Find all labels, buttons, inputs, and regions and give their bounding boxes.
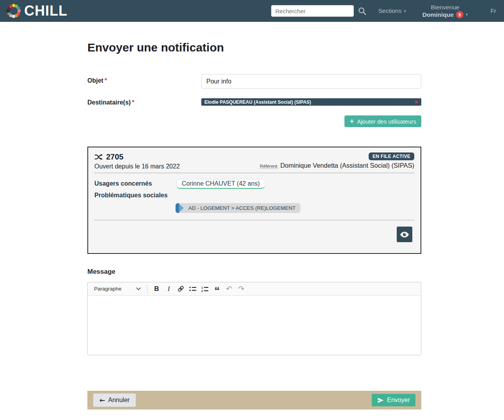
message-editor: Paragraphe B I (87, 282, 421, 355)
redo-button[interactable]: ↷ (235, 284, 247, 294)
add-users-label: Ajouter des utilisateurs (357, 118, 416, 125)
search-input[interactable] (271, 5, 354, 17)
destinataires-label: Destinataire(s)* (87, 98, 201, 106)
social-issue-text: AD - LOGEMENT > ACCES (RE)LOGEMENT (185, 205, 300, 211)
main-content: Envoyer une notification Objet* Destinat… (87, 41, 421, 409)
search-button[interactable] (358, 7, 367, 16)
person-pill: Corinne CHAUVET (42 ans) (176, 179, 265, 189)
parcours-header: 2705 Ouvert depuis le 16 mars 2022 EN FI… (94, 152, 414, 173)
welcome-text: Bienvenue (422, 4, 468, 11)
form-action-bar: ← Annuler Envoyer (87, 391, 421, 409)
link-icon (177, 285, 185, 292)
eye-icon (400, 232, 409, 237)
destinataires-row: Destinataire(s)* Elodie PASQUEREAU (Assi… (87, 98, 421, 127)
numbered-list-button[interactable]: 1 2 (199, 284, 211, 294)
undo-button[interactable]: ↶ (223, 284, 235, 294)
message-label: Message (87, 268, 421, 276)
user-menu[interactable]: Bienvenue Dominique 9 ▾ (422, 4, 468, 18)
referent-name: Dominique Vendetta (Assistant Social) (S… (280, 162, 414, 169)
chevron-down-icon (136, 287, 141, 291)
objet-label: Objet* (87, 74, 201, 84)
parcours-header-left: 2705 Ouvert depuis le 16 mars 2022 (94, 152, 180, 170)
chevron-down-icon: ▾ (466, 12, 468, 17)
chevron-down-icon: ▾ (404, 9, 406, 14)
problematiques-label: Problématiques sociales (94, 190, 414, 201)
italic-button[interactable]: I (163, 284, 175, 294)
referent-label: Référent: (260, 164, 278, 169)
editor-toolbar: Paragraphe B I (88, 282, 421, 296)
paragraph-style-value: Paragraphe (94, 286, 122, 292)
objet-row: Objet* (87, 74, 421, 89)
username: Dominique (422, 11, 454, 18)
cancel-button[interactable]: ← Annuler (93, 393, 136, 407)
view-parcours-button[interactable] (397, 227, 412, 242)
toolbar-divider (147, 285, 147, 293)
numbered-list-icon: 1 2 (201, 286, 209, 292)
link-button[interactable] (175, 284, 187, 294)
message-content-area[interactable] (88, 296, 421, 355)
required-asterisk: * (105, 77, 107, 84)
required-asterisk: * (132, 99, 134, 106)
send-button[interactable]: Envoyer (372, 394, 415, 406)
notification-form: Objet* Destinataire(s)* Elodie PASQUEREA… (87, 74, 421, 127)
chill-logo-icon (5, 3, 22, 19)
parcours-card: 2705 Ouvert depuis le 16 mars 2022 EN FI… (87, 147, 421, 254)
paper-plane-icon (377, 397, 384, 404)
send-label: Envoyer (387, 397, 410, 404)
parcours-id: 2705 (106, 152, 124, 161)
bulleted-list-icon (189, 286, 197, 292)
remove-recipient-icon[interactable]: ✖ (414, 99, 418, 105)
sections-label: Sections (378, 7, 401, 14)
plus-icon: + (350, 118, 355, 125)
shuffle-icon (94, 153, 103, 161)
social-issue-icon (176, 203, 185, 213)
blockquote-button[interactable]: “ (211, 284, 223, 294)
paragraph-style-dropdown[interactable]: Paragraphe (91, 284, 144, 293)
add-users-button[interactable]: + Ajouter des utilisateurs (344, 115, 421, 127)
arrow-left-icon: ← (99, 396, 105, 404)
parcours-details: Usagers concernés Corinne CHAUVET (42 an… (94, 173, 414, 220)
social-issue-badge: AD - LOGEMENT > ACCES (RE)LOGEMENT (176, 203, 300, 213)
svg-text:2: 2 (201, 289, 203, 292)
svg-text:1: 1 (201, 286, 203, 289)
parcours-header-right: EN FILE ACTIVE Référent:Dominique Vendet… (260, 152, 414, 170)
referent-line: Référent:Dominique Vendetta (Assistant S… (260, 162, 414, 169)
parcours-opened-date: Ouvert depuis le 16 mars 2022 (94, 163, 180, 170)
bold-button[interactable]: B (151, 284, 163, 294)
bulleted-list-button[interactable] (187, 284, 199, 294)
usagers-label: Usagers concernés (94, 178, 176, 190)
top-navbar: CHILL Sections ▾ Bienvenue Dominique 9 ▾… (0, 0, 504, 22)
recipient-name: Elodie PASQUEREAU (Assistant Social) (SI… (204, 99, 311, 105)
brand-name: CHILL (24, 4, 67, 18)
search-icon (358, 7, 367, 16)
chill-logo[interactable]: CHILL (5, 3, 67, 19)
navbar-search (271, 5, 367, 17)
status-badge: EN FILE ACTIVE (369, 152, 414, 160)
notification-badge: 9 (456, 11, 463, 18)
destinataires-label-text: Destinataire(s) (87, 99, 131, 106)
language-switcher[interactable]: Fr (490, 7, 496, 14)
sections-menu[interactable]: Sections ▾ (378, 7, 406, 14)
parcours-footer (94, 220, 414, 253)
cancel-label: Annuler (108, 397, 130, 404)
objet-input[interactable] (201, 74, 421, 89)
destinataires-field: Elodie PASQUEREAU (Assistant Social) (SI… (201, 98, 421, 127)
page-title: Envoyer une notification (87, 41, 421, 54)
recipient-tag: Elodie PASQUEREAU (Assistant Social) (SI… (201, 98, 421, 106)
objet-label-text: Objet (87, 77, 103, 84)
